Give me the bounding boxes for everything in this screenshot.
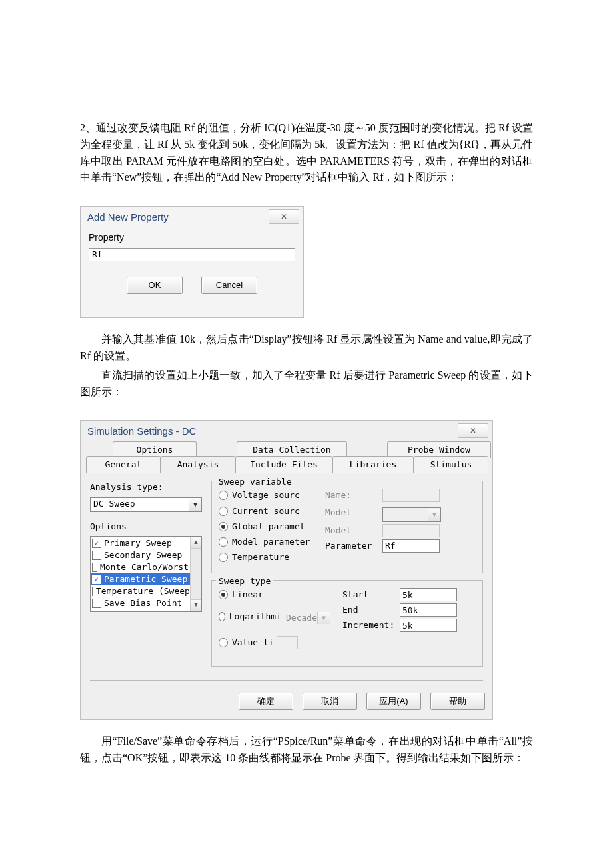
radio-label: Voltage sourc — [232, 489, 316, 502]
paragraph-3: 直流扫描的设置如上小题一致，加入了全程变量 Rf 后要进行 Parametric… — [80, 367, 533, 401]
list-item[interactable]: Temperature (Sweep — [91, 585, 190, 597]
value-list-radio[interactable] — [219, 638, 228, 647]
options-listbox[interactable]: ✓Primary SweepSecondary SweepMonte Carlo… — [90, 536, 202, 612]
tab-libraries[interactable]: Libraries — [332, 456, 414, 473]
checkbox-icon[interactable]: ✓ — [92, 539, 101, 548]
property-input[interactable] — [89, 248, 295, 261]
radio[interactable] — [219, 507, 228, 516]
scroll-down-icon[interactable]: ▼ — [191, 599, 201, 611]
paragraph-1: 2、通过改变反馈电阻 Rf 的阻值，分析 IC(Q1)在温度-30 度～50 度… — [80, 120, 533, 186]
start-input[interactable] — [400, 588, 457, 601]
model-name-label: Model — [325, 524, 382, 537]
model-type-combo: ▼ — [382, 507, 441, 522]
ok-button[interactable]: OK — [127, 277, 183, 294]
tab-general[interactable]: General — [86, 456, 161, 473]
cancel-button[interactable]: 取消 — [303, 693, 357, 710]
chevron-down-icon: ▼ — [317, 612, 330, 624]
list-item[interactable]: Save Bias Point — [91, 597, 190, 609]
log-scale-combo: Decade▼ — [283, 611, 330, 625]
help-button[interactable]: 帮助 — [430, 693, 485, 710]
radio[interactable] — [219, 537, 228, 547]
radio[interactable] — [219, 553, 228, 562]
list-item-label: Save Bias Point — [104, 597, 182, 610]
paragraph-2: 并输入其基准值 10k，然后点击“Display”按钮将 Rf 显示属性设置为 … — [80, 331, 533, 365]
model-type-label: Model — [325, 506, 382, 519]
apply-button[interactable]: 应用(A) — [366, 693, 421, 710]
linear-radio[interactable] — [219, 590, 228, 599]
chevron-down-icon: ▼ — [428, 509, 440, 521]
radio-label: Temperature — [232, 551, 316, 564]
analysis-type-label: Analysis type: — [90, 481, 202, 494]
checkbox-icon[interactable] — [92, 599, 101, 608]
checkbox-icon[interactable] — [92, 587, 93, 596]
list-item[interactable]: Secondary Sweep — [91, 549, 190, 561]
analysis-type-combo[interactable]: DC Sweep ▼ — [90, 497, 202, 512]
logarithmic-label: Logarithmi — [229, 610, 281, 623]
sweep-type-group: Sweep type Linear Logarithmi Decade▼ Val… — [211, 580, 483, 667]
checkbox-icon[interactable]: ✓ — [92, 575, 101, 584]
parameter-label: Parameter — [325, 539, 382, 553]
options-label: Options — [90, 520, 202, 533]
group-title: Sweep type — [216, 575, 273, 588]
radio-label: Global paramet — [232, 520, 316, 533]
checkbox-icon[interactable] — [92, 563, 97, 572]
radio-label: Current sourc — [232, 505, 316, 518]
close-icon[interactable]: ✕ — [269, 209, 299, 224]
sweep-variable-group: Sweep variable Voltage sourcCurrent sour… — [211, 481, 483, 573]
scrollbar[interactable]: ▲ ▼ — [190, 537, 201, 611]
logarithmic-radio[interactable] — [219, 612, 225, 621]
tab-analysis[interactable]: Analysis — [161, 456, 235, 473]
radio-label: Model parameter — [232, 535, 316, 549]
end-input[interactable] — [400, 603, 457, 617]
add-new-property-dialog: Add New Property ✕ Property OK Cancel — [80, 206, 304, 318]
list-item[interactable]: ✓Primary Sweep — [91, 537, 190, 549]
end-label: End — [342, 603, 400, 617]
name-input — [382, 489, 440, 502]
linear-label: Linear — [232, 588, 316, 601]
increment-input[interactable] — [400, 619, 457, 632]
simulation-settings-dialog: Simulation Settings - DC ✕ Options Data … — [80, 420, 493, 720]
ok-button[interactable]: 确定 — [239, 693, 293, 710]
tab-include-files[interactable]: Include Files — [235, 456, 332, 473]
chevron-down-icon: ▼ — [189, 499, 201, 511]
group-title: Sweep variable — [216, 475, 295, 489]
model-name-input — [382, 524, 440, 537]
property-label: Property — [89, 231, 295, 245]
log-scale-value: Decade — [286, 611, 317, 625]
tab-stimulus[interactable]: Stimulus — [414, 456, 488, 473]
value-list-input — [277, 636, 298, 649]
scroll-up-icon[interactable]: ▲ — [191, 537, 201, 549]
start-label: Start — [342, 588, 400, 601]
increment-label: Increment: — [342, 619, 400, 632]
list-item[interactable]: ✓Parametric Sweep — [91, 573, 190, 585]
paragraph-4: 用“File/Save”菜单命令存档后，运行“PSpice/Run”菜单命令，在… — [80, 733, 533, 767]
dialog-title: Simulation Settings - DC — [87, 423, 196, 439]
value-list-label: Value li — [232, 636, 274, 649]
analysis-type-value: DC Sweep — [93, 497, 135, 511]
radio[interactable] — [219, 522, 228, 531]
parameter-input[interactable] — [382, 539, 440, 553]
checkbox-icon[interactable] — [92, 551, 101, 560]
close-icon[interactable]: ✕ — [458, 423, 488, 438]
cancel-button[interactable]: Cancel — [201, 277, 257, 294]
list-item[interactable]: Monte Carlo/Worst — [91, 561, 190, 573]
name-label: Name: — [325, 489, 382, 502]
dialog-title: Add New Property — [87, 209, 169, 225]
radio[interactable] — [219, 491, 228, 500]
